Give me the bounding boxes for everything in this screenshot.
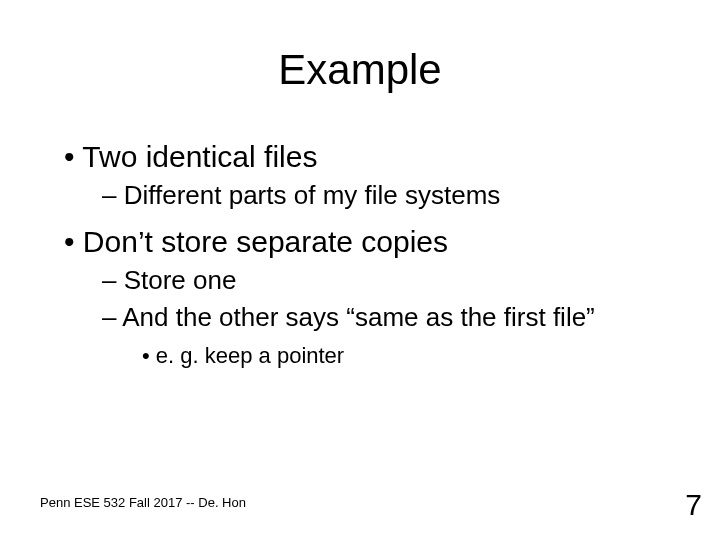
slide-title: Example — [0, 46, 720, 94]
bullet-level2: Different parts of my file systems — [64, 180, 680, 211]
slide: Example Two identical files Different pa… — [0, 0, 720, 540]
slide-content: Two identical files Different parts of m… — [64, 140, 680, 369]
bullet-level2: Store one — [64, 265, 680, 296]
page-number: 7 — [685, 488, 702, 522]
footer-text: Penn ESE 532 Fall 2017 -- De. Hon — [40, 495, 246, 510]
bullet-level3: e. g. keep a pointer — [64, 343, 680, 369]
bullet-level1: Don’t store separate copies — [64, 225, 680, 259]
bullet-level1: Two identical files — [64, 140, 680, 174]
bullet-level2: And the other says “same as the first fi… — [64, 302, 680, 333]
